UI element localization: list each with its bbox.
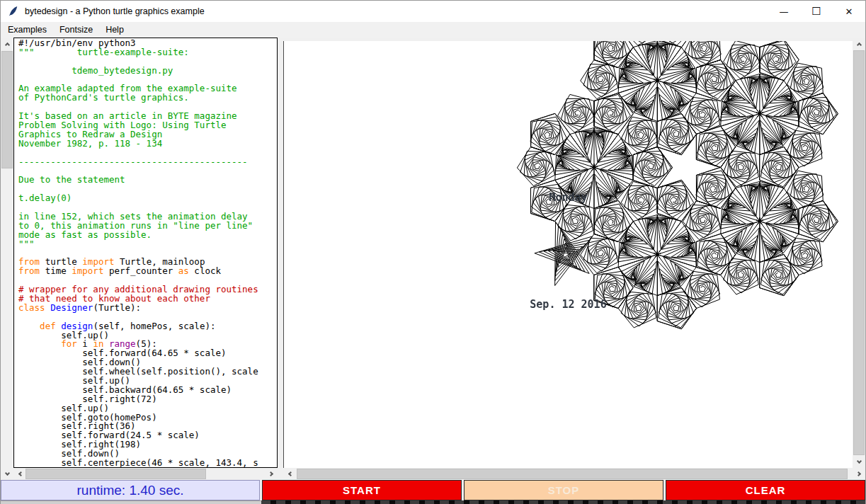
canvas-vscroll-track[interactable] bbox=[853, 50, 865, 456]
feather-pen-icon bbox=[8, 6, 19, 17]
scroll-left-button[interactable] bbox=[13, 468, 25, 480]
hscroll-row bbox=[1, 468, 865, 480]
code-line: t.delay(0) bbox=[18, 194, 277, 203]
code-hscroll-thumb[interactable] bbox=[25, 469, 206, 479]
bottom-bar: runtime: 1.40 sec. START STOP CLEAR bbox=[1, 480, 865, 500]
code-vscroll-down-button[interactable] bbox=[1, 468, 13, 480]
code-vscrollbar[interactable] bbox=[1, 38, 13, 468]
canvas-weekday-text: Monday bbox=[284, 191, 853, 204]
bottom-edge-right bbox=[261, 500, 865, 504]
window-title: bytedesign - a Python turtle graphics ex… bbox=[25, 6, 205, 16]
canvas-date-text: Sep. 12 2016 bbox=[284, 298, 853, 311]
code-line: ----------------------------------------… bbox=[18, 158, 277, 167]
code-hscrollbar[interactable] bbox=[13, 468, 278, 480]
turtle-canvas-area: Monday Sep. 12 2016 bbox=[283, 41, 853, 468]
code-line: """ bbox=[18, 240, 277, 249]
main-split: #!/usr/bin/env python3""" turtle-example… bbox=[1, 38, 865, 468]
pane-sash[interactable] bbox=[278, 38, 283, 468]
scroll-up-button[interactable] bbox=[1, 38, 13, 50]
close-button[interactable]: ✕ bbox=[833, 1, 865, 22]
bottom-edge-left bbox=[1, 500, 261, 504]
menu-bar: Examples Fontsize Help bbox=[1, 22, 865, 38]
chevron-left-icon bbox=[18, 471, 23, 476]
bytedesign-drawing bbox=[284, 41, 848, 468]
canvas-vscroll-thumb[interactable] bbox=[853, 50, 865, 455]
scroll-left-button[interactable] bbox=[283, 468, 295, 480]
pane-sash-bottom bbox=[278, 468, 283, 480]
title-bar: bytedesign - a Python turtle graphics ex… bbox=[1, 1, 865, 22]
code-line: """ turtle-example-suite: bbox=[18, 48, 277, 57]
code-line: Due to the statement bbox=[18, 176, 277, 185]
chevron-left-icon bbox=[287, 471, 292, 476]
chevron-down-icon bbox=[856, 459, 861, 464]
code-line: mode as fast as possible. bbox=[18, 231, 277, 240]
clear-button[interactable]: CLEAR bbox=[666, 480, 865, 500]
code-line: tdemo_bytedesign.py bbox=[18, 67, 277, 76]
code-line: from time import perf_counter as clock bbox=[18, 267, 277, 276]
start-button[interactable]: START bbox=[262, 480, 462, 500]
code-line: November 1982, p. 118 - 134 bbox=[18, 139, 277, 149]
canvas-pane: Monday Sep. 12 2016 bbox=[283, 38, 853, 468]
chevron-up-icon bbox=[4, 42, 9, 47]
menu-fontsize[interactable]: Fontsize bbox=[53, 23, 99, 36]
canvas-hscrollbar[interactable] bbox=[283, 468, 865, 480]
menu-help[interactable]: Help bbox=[99, 23, 130, 36]
code-line: class Designer(Turtle): bbox=[18, 304, 277, 313]
runtime-label: runtime: 1.40 sec. bbox=[1, 480, 260, 500]
menu-examples[interactable]: Examples bbox=[1, 23, 53, 36]
chevron-up-icon bbox=[856, 42, 861, 47]
window-controls: — ☐ ✕ bbox=[768, 1, 865, 22]
scroll-right-button[interactable] bbox=[266, 468, 278, 480]
chevron-right-icon bbox=[268, 471, 273, 476]
scroll-up-button[interactable] bbox=[853, 38, 865, 50]
code-vscroll-track[interactable] bbox=[1, 50, 13, 468]
canvas-hscroll-track[interactable] bbox=[295, 468, 853, 480]
code-line: of PythonCard's turtle graphics. bbox=[18, 93, 277, 103]
minimize-button[interactable]: — bbox=[768, 1, 800, 22]
maximize-button[interactable]: ☐ bbox=[800, 1, 833, 22]
scroll-right-button[interactable] bbox=[853, 468, 865, 480]
bottom-edge-strip bbox=[1, 500, 865, 504]
canvas-vscrollbar[interactable] bbox=[853, 38, 865, 468]
chevron-down-icon bbox=[4, 471, 9, 476]
stop-button[interactable]: STOP bbox=[464, 480, 663, 500]
code-viewer[interactable]: #!/usr/bin/env python3""" turtle-example… bbox=[13, 38, 278, 468]
code-hscroll-track[interactable] bbox=[25, 468, 266, 480]
app-window: bytedesign - a Python turtle graphics ex… bbox=[0, 0, 866, 504]
code-line: self.centerpiece(46 * scale, 143.4, s bbox=[18, 459, 277, 468]
chevron-right-icon bbox=[855, 471, 860, 476]
scroll-down-button[interactable] bbox=[853, 456, 865, 468]
code-vscroll-thumb[interactable] bbox=[1, 51, 13, 168]
canvas-hscroll-thumb[interactable] bbox=[297, 469, 848, 479]
